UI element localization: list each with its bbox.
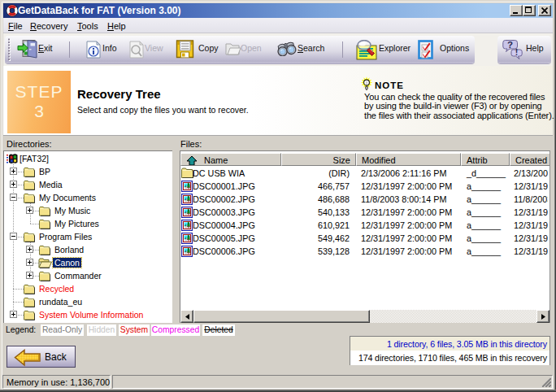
svg-text:?: ? [507,40,513,50]
svg-text:!: ! [515,47,519,57]
